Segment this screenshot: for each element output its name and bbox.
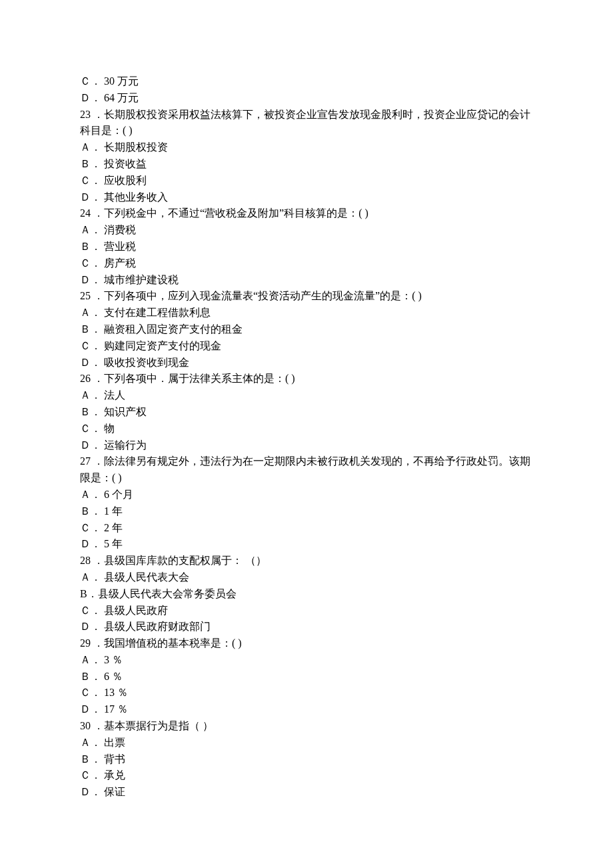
- question-stem: 28 ．县级国库库款的支配权属于： （）: [80, 553, 533, 569]
- question-text: 县级国库库款的支配权属于： （）: [104, 555, 267, 566]
- question-text: 下列各项中，应列入现金流量表“投资活动产生的现金流量”的是：( ): [104, 290, 422, 301]
- option-line: B．县级人民代表大会常务委员会: [80, 586, 533, 603]
- question-text: 长期股权投资采用权益法核算下，被投资企业宣告发放现金股利时，投资企业应贷记的会计…: [80, 109, 530, 137]
- option-line: Ｂ． 1 年: [80, 503, 533, 520]
- option-line: Ａ． 长期股权投资: [80, 139, 533, 156]
- question-text: 基本票据行为是指（ ）: [104, 720, 213, 731]
- option-line: Ａ． 3 ％: [80, 652, 533, 669]
- option-line: Ａ． 消费税: [80, 222, 533, 239]
- option-line: Ｄ． 17 ％: [80, 701, 533, 718]
- option-line: Ｃ． 物: [80, 421, 533, 437]
- option-line: Ｃ． 13 ％: [80, 685, 533, 701]
- option-line: Ｃ． 应收股利: [80, 173, 533, 189]
- question-stem: 27 ．除法律另有规定外，违法行为在一定期限内未被行政机关发现的，不再给予行政处…: [80, 453, 533, 487]
- question-text: 除法律另有规定外，违法行为在一定期限内未被行政机关发现的，不再给予行政处罚。该期…: [80, 455, 530, 483]
- question-number: 24: [80, 207, 91, 219]
- option-line: Ｄ． 县级人民政府财政部门: [80, 619, 533, 635]
- question-number: 29: [80, 637, 91, 649]
- option-line: Ｄ． 吸收投资收到现金: [80, 355, 533, 371]
- question-stem: 29 ．我国增值税的基本税率是：( ): [80, 635, 533, 652]
- question-stem: 23 ．长期股权投资采用权益法核算下，被投资企业宣告发放现金股利时，投资企业应贷…: [80, 107, 533, 140]
- question-number: 25: [80, 290, 91, 301]
- question-number: 27: [80, 455, 91, 467]
- option-line: Ｄ． 64 万元: [80, 90, 533, 107]
- option-line: Ｃ． 2 年: [80, 520, 533, 537]
- option-line: Ａ． 6 个月: [80, 487, 533, 503]
- option-line: Ｄ． 城市维护建设税: [80, 272, 533, 289]
- question-stem: 26 ．下列各项中．属于法律关系主体的是：( ): [80, 371, 533, 387]
- question-number: 23: [80, 109, 91, 120]
- option-line: Ｄ． 运输行为: [80, 437, 533, 454]
- question-number: 30: [80, 720, 91, 731]
- question-text: 下列税金中，不通过“营收税金及附加”科目核算的是：( ): [104, 207, 368, 219]
- document-page: Ｃ． 30 万元 Ｄ． 64 万元 23 ．长期股权投资采用权益法核算下，被投资…: [0, 0, 613, 868]
- option-line: Ｂ． 投资收益: [80, 156, 533, 173]
- question-stem: 30 ．基本票据行为是指（ ）: [80, 718, 533, 735]
- option-line: Ｂ． 6 ％: [80, 669, 533, 685]
- question-text: 下列各项中．属于法律关系主体的是：( ): [104, 373, 295, 384]
- option-line: Ａ． 法人: [80, 387, 533, 404]
- option-line: Ｂ． 知识产权: [80, 404, 533, 421]
- question-number: 26: [80, 373, 91, 384]
- option-line: Ｃ． 30 万元: [80, 73, 533, 90]
- option-line: Ｂ． 背书: [80, 751, 533, 768]
- question-stem: 25 ．下列各项中，应列入现金流量表“投资活动产生的现金流量”的是：( ): [80, 288, 533, 305]
- option-line: Ｂ． 营业税: [80, 239, 533, 255]
- option-line: Ａ． 出票: [80, 735, 533, 751]
- question-stem: 24 ．下列税金中，不通过“营收税金及附加”科目核算的是：( ): [80, 205, 533, 222]
- option-line: Ｄ． 保证: [80, 784, 533, 801]
- option-line: Ｃ． 承兑: [80, 767, 533, 784]
- question-number: 28: [80, 555, 91, 566]
- option-line: Ｃ． 购建同定资产支付的现金: [80, 338, 533, 355]
- option-line: Ａ． 支付在建工程借款利息: [80, 305, 533, 321]
- option-line: Ｄ． 其他业务收入: [80, 189, 533, 206]
- option-line: Ｂ． 融资租入固定资产支付的租金: [80, 321, 533, 338]
- question-text: 我国增值税的基本税率是：( ): [104, 637, 242, 649]
- option-line: Ｄ． 5 年: [80, 536, 533, 553]
- option-line: Ｃ． 县级人民政府: [80, 603, 533, 619]
- option-line: Ａ． 县级人民代表大会: [80, 569, 533, 586]
- option-line: Ｃ． 房产税: [80, 255, 533, 272]
